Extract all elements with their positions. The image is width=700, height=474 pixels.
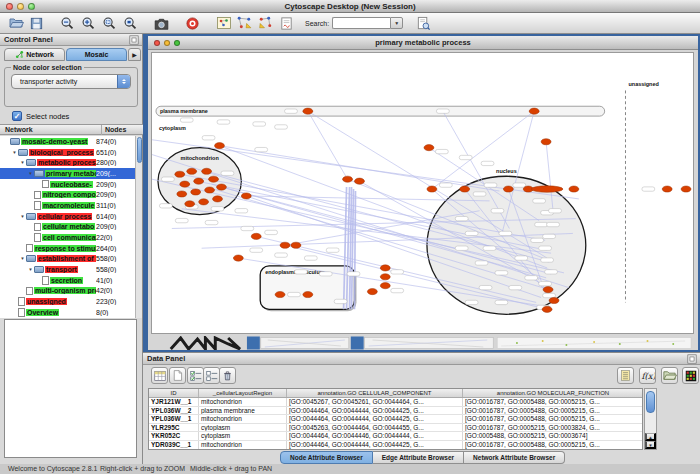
network-node[interactable] xyxy=(194,178,204,184)
network-node[interactable] xyxy=(355,178,365,184)
network-label-node[interactable] xyxy=(347,272,360,276)
network-label-node[interactable] xyxy=(483,246,496,250)
table-cell[interactable]: [GO:0016787, GO:0005488, GO:0005215, G..… xyxy=(463,398,643,406)
table-row[interactable]: YKR052Ccytoplasm[GO:0044464, GO:0044446,… xyxy=(149,432,642,441)
zoom-in-button[interactable] xyxy=(79,14,98,33)
search-dropdown-button[interactable]: ▼ xyxy=(390,17,403,29)
column-header[interactable]: annotation.GO CELLULAR_COMPONENT xyxy=(287,389,463,397)
network-label-node[interactable] xyxy=(455,216,468,220)
network-node[interactable] xyxy=(233,255,243,261)
network-node[interactable] xyxy=(662,186,672,192)
open-session-button[interactable] xyxy=(6,14,25,33)
network-label-node[interactable] xyxy=(547,222,560,226)
network-node[interactable] xyxy=(367,289,377,295)
tree-item-secretion[interactable]: secretion41(0) xyxy=(0,275,136,286)
network-label-node[interactable] xyxy=(436,109,449,113)
network-minimize-button[interactable] xyxy=(164,40,170,46)
table-cell[interactable]: YJR121W__1 xyxy=(149,398,199,406)
table-cell[interactable]: YPL036W__1 xyxy=(149,415,199,423)
attribute-list-button[interactable] xyxy=(617,367,634,384)
network-label-node[interactable] xyxy=(642,187,655,191)
tree-item-multi-organism-pro[interactable]: multi-organism pro42(0) xyxy=(0,286,136,297)
tree-item-cellular-process[interactable]: ▼cellular process614(0) xyxy=(0,211,136,222)
network-node[interactable] xyxy=(380,283,390,289)
network-node[interactable] xyxy=(380,265,390,271)
network-node[interactable] xyxy=(427,186,437,192)
network-node[interactable] xyxy=(529,108,539,114)
network-node[interactable] xyxy=(202,168,212,174)
network-label-node[interactable] xyxy=(533,199,546,203)
network-label-node[interactable] xyxy=(539,282,552,286)
network-node[interactable] xyxy=(543,287,553,293)
network-label-node[interactable] xyxy=(159,204,172,208)
network-node[interactable] xyxy=(380,274,390,280)
network-label-node[interactable] xyxy=(543,293,556,297)
network-label-node[interactable] xyxy=(265,230,278,234)
network-label-node[interactable] xyxy=(475,261,488,265)
network-node[interactable] xyxy=(291,242,301,248)
network-label-node[interactable] xyxy=(180,118,193,122)
select-nodes-checkbox[interactable]: ✓ Select nodes xyxy=(12,111,69,121)
tree-item-mosaic-demo-yeast[interactable]: mosaic-demo-yeast874(0) xyxy=(0,136,136,147)
zoom-fit-button[interactable] xyxy=(100,14,119,33)
column-header[interactable]: ID xyxy=(149,389,199,397)
network-label-node[interactable] xyxy=(161,177,174,181)
table-cell[interactable]: [GO:0044464, GO:0044444, GO:0044425, G..… xyxy=(287,441,463,449)
table-cell[interactable]: cytoplasm xyxy=(199,432,287,440)
tree-expand-icon[interactable]: ▼ xyxy=(27,267,34,272)
network-node[interactable] xyxy=(303,291,313,297)
network-node[interactable] xyxy=(191,189,201,195)
table-cell[interactable]: [GO:0044464, GO:0044444, GO:0044425, G..… xyxy=(287,407,463,415)
tree-item-cellular-metabo[interactable]: cellular metabo209(0) xyxy=(0,222,136,233)
network-label-node[interactable] xyxy=(255,147,268,151)
tree-item-biological-process[interactable]: ▼biological_process651(0) xyxy=(0,147,136,158)
network-node[interactable] xyxy=(569,186,579,192)
delete-attribute-button[interactable] xyxy=(219,367,236,384)
table-cell[interactable]: [GO:0045263, GO:0044464, GO:0044455, G..… xyxy=(287,424,463,432)
import-attributes-button[interactable] xyxy=(661,367,678,384)
node-color-dropdown[interactable]: transporter activity xyxy=(11,74,131,89)
network-node-wide[interactable] xyxy=(531,186,563,193)
network-label-node[interactable] xyxy=(484,183,497,187)
new-attribute-button[interactable] xyxy=(169,367,186,384)
tree-item-metabolic-process[interactable]: ▼metabolic process280(0) xyxy=(0,157,136,168)
network-node[interactable] xyxy=(187,168,197,174)
scroll-up-button[interactable]: ▲ xyxy=(645,433,656,441)
tab-network[interactable]: Network xyxy=(4,48,65,61)
formula-builder-button[interactable]: f(x) xyxy=(639,367,656,384)
network-label-node[interactable] xyxy=(253,122,266,126)
maximize-window-button[interactable] xyxy=(28,3,35,10)
table-row[interactable]: YPL036W__1mitochondrion[GO:0044464, GO:0… xyxy=(149,415,642,424)
network-label-node[interactable] xyxy=(285,109,298,113)
network-node[interactable] xyxy=(213,196,223,202)
network-node[interactable] xyxy=(541,139,551,145)
network-label-node[interactable] xyxy=(465,300,478,304)
network-label-node[interactable] xyxy=(541,258,554,262)
network-node[interactable] xyxy=(303,108,313,114)
snapshot-button[interactable] xyxy=(152,14,171,33)
network-label-node[interactable] xyxy=(513,183,526,187)
network-node[interactable] xyxy=(503,186,513,192)
network-close-button[interactable] xyxy=(154,40,160,46)
network-label-node[interactable] xyxy=(241,226,254,230)
network-label-node[interactable] xyxy=(539,246,552,250)
network-label-node[interactable] xyxy=(205,220,218,224)
tree-item-nucleobase-[interactable]: nucleobase-209(0) xyxy=(0,179,136,190)
enhanced-search-button[interactable] xyxy=(414,14,433,33)
table-cell[interactable]: [GO:0044464, GO:0044444, GO:0044425, G..… xyxy=(287,415,463,423)
table-cell[interactable]: mitochondrion xyxy=(199,441,287,449)
tab-network-attribute-browser[interactable]: Network Attribute Browser xyxy=(464,451,565,464)
tree-item-primary-metabo[interactable]: ▼primary metabo209(... xyxy=(0,168,136,179)
zoom-out-button[interactable] xyxy=(58,14,77,33)
table-cell[interactable]: [GO:0016787, GO:0005215, GO:0003824, G..… xyxy=(463,424,643,432)
table-scrollbar-thumb[interactable] xyxy=(646,391,655,413)
network-node[interactable] xyxy=(177,191,187,197)
network-label-node[interactable] xyxy=(543,234,556,238)
apply-layout-alt-button[interactable] xyxy=(256,14,275,33)
network-node[interactable] xyxy=(205,187,215,193)
help-button[interactable] xyxy=(183,14,202,33)
tab-edge-attribute-browser[interactable]: Edge Attribute Browser xyxy=(373,451,464,464)
annotation-button[interactable] xyxy=(277,14,296,33)
network-overview-button[interactable] xyxy=(214,14,233,33)
tree-item-establishment-of-lo[interactable]: ▼establishment of lo558(0) xyxy=(0,254,136,265)
